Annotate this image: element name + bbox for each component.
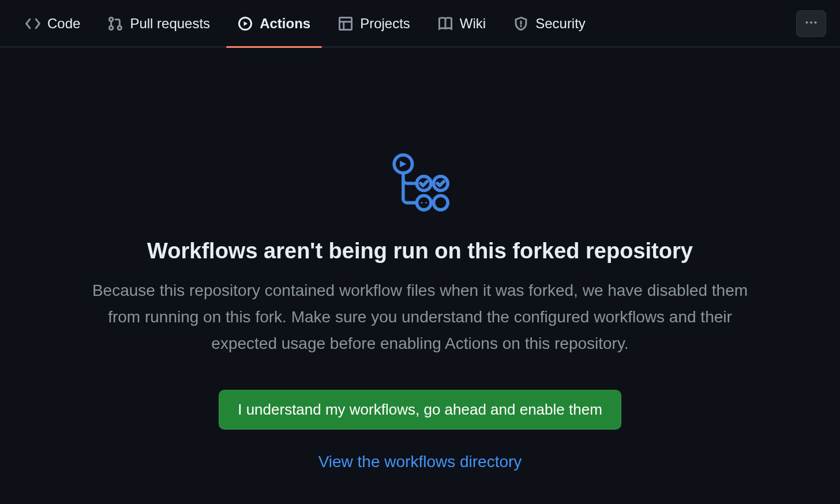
repo-nav: Code Pull requests Actions Projects Wiki xyxy=(0,0,840,47)
svg-point-5 xyxy=(805,21,808,23)
project-icon xyxy=(338,16,353,31)
code-icon xyxy=(25,16,40,31)
tab-pull-requests[interactable]: Pull requests xyxy=(96,0,222,47)
svg-point-6 xyxy=(810,21,812,23)
svg-point-7 xyxy=(814,21,816,23)
tab-security[interactable]: Security xyxy=(502,0,597,47)
tab-actions[interactable]: Actions xyxy=(226,0,322,47)
book-icon xyxy=(438,16,453,31)
view-workflows-link[interactable]: View the workflows directory xyxy=(318,453,522,471)
svg-point-12 xyxy=(421,202,422,204)
tab-projects[interactable]: Projects xyxy=(327,0,422,47)
svg-point-13 xyxy=(425,202,427,204)
page-title: Workflows aren't being run on this forke… xyxy=(147,239,693,264)
nav-tabs: Code Pull requests Actions Projects Wiki xyxy=(14,0,796,47)
tab-code[interactable]: Code xyxy=(14,0,92,47)
tab-label: Security xyxy=(535,16,586,32)
tab-label: Code xyxy=(47,16,80,32)
page-description: Because this repository contained workfl… xyxy=(88,277,752,358)
kebab-icon xyxy=(804,16,818,32)
workflow-graph-icon xyxy=(388,151,452,216)
shield-icon xyxy=(513,16,528,31)
svg-point-11 xyxy=(417,195,431,210)
tab-label: Actions xyxy=(260,16,310,32)
main-content: Workflows aren't being run on this forke… xyxy=(0,47,840,471)
more-menu-button[interactable] xyxy=(796,10,826,37)
tab-label: Projects xyxy=(360,16,410,32)
tab-wiki[interactable]: Wiki xyxy=(426,0,497,47)
tab-label: Pull requests xyxy=(130,16,210,32)
git-pull-request-icon xyxy=(108,16,123,31)
enable-workflows-button[interactable]: I understand my workflows, go ahead and … xyxy=(219,390,621,430)
svg-rect-4 xyxy=(340,17,352,29)
tab-label: Wiki xyxy=(460,16,486,32)
play-icon xyxy=(238,16,253,31)
svg-point-14 xyxy=(434,195,448,210)
